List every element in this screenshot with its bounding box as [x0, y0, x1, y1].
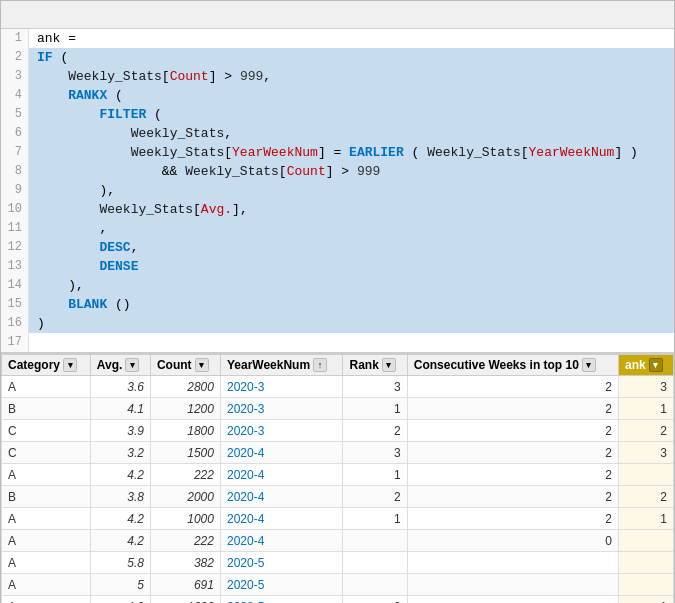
line-text: FILTER (: [29, 105, 674, 124]
table-cell: 2020-5: [220, 552, 343, 574]
code-line: 17: [1, 333, 674, 352]
table-cell: B: [2, 398, 91, 420]
table-cell: 3: [619, 376, 674, 398]
filter-button[interactable]: ▾: [195, 358, 209, 372]
table-cell: 2020-3: [220, 398, 343, 420]
table-cell: 2: [407, 398, 618, 420]
line-text: ank =: [29, 29, 674, 48]
table-cell: 382: [150, 552, 220, 574]
table-cell: [619, 464, 674, 486]
column-header-ank: ank▾: [619, 355, 674, 376]
table-cell: 2: [407, 508, 618, 530]
table-cell: 1000: [150, 508, 220, 530]
table-cell: [407, 574, 618, 596]
filter-button[interactable]: ▾: [649, 358, 663, 372]
column-label: Rank: [349, 358, 378, 372]
table-cell: 5.8: [90, 552, 150, 574]
line-number: 13: [1, 257, 29, 276]
table-cell: 4.2: [90, 508, 150, 530]
table-cell: 2: [619, 420, 674, 442]
table-cell: 691: [150, 574, 220, 596]
line-text: Weekly_Stats[YearWeekNum] = EARLIER ( We…: [29, 143, 674, 162]
table-cell: 2020-4: [220, 486, 343, 508]
line-number: 4: [1, 86, 29, 105]
table-cell: 1: [343, 508, 407, 530]
table-cell: 4.2: [90, 530, 150, 552]
table-cell: A: [2, 464, 91, 486]
line-text: RANKX (: [29, 86, 674, 105]
cancel-button[interactable]: [7, 5, 27, 25]
code-line: 16): [1, 314, 674, 333]
column-header-rank: Rank▾: [343, 355, 407, 376]
table-row: C3.918002020-3222: [2, 420, 674, 442]
code-line: 2IF (: [1, 48, 674, 67]
table-cell: B: [2, 486, 91, 508]
line-number: 14: [1, 276, 29, 295]
filter-button[interactable]: ▾: [382, 358, 396, 372]
table-cell: 222: [150, 464, 220, 486]
code-line: 7 Weekly_Stats[YearWeekNum] = EARLIER ( …: [1, 143, 674, 162]
column-header-yearweeknum: YearWeekNum↑: [220, 355, 343, 376]
column-label: Consecutive Weeks in top 10: [414, 358, 579, 372]
confirm-button[interactable]: [35, 5, 55, 25]
code-line: 8 && Weekly_Stats[Count] > 999: [1, 162, 674, 181]
filter-button[interactable]: ▾: [125, 358, 139, 372]
line-number: 10: [1, 200, 29, 219]
table-cell: 2020-4: [220, 530, 343, 552]
table-cell: [619, 552, 674, 574]
data-table-container[interactable]: Category▾Avg.▾Count▾YearWeekNum↑Rank▾Con…: [1, 354, 674, 603]
table-row: A4.210002020-531: [2, 596, 674, 604]
line-number: 7: [1, 143, 29, 162]
table-cell: A: [2, 508, 91, 530]
table-cell: 2: [407, 376, 618, 398]
table-row: A4.22222020-412: [2, 464, 674, 486]
line-text: ): [29, 314, 674, 333]
column-label: YearWeekNum: [227, 358, 310, 372]
column-label: Count: [157, 358, 192, 372]
line-number: 5: [1, 105, 29, 124]
line-number: 12: [1, 238, 29, 257]
filter-button[interactable]: ▾: [63, 358, 77, 372]
line-number: 15: [1, 295, 29, 314]
line-number: 3: [1, 67, 29, 86]
table-cell: A: [2, 376, 91, 398]
code-line: 12 DESC,: [1, 238, 674, 257]
line-number: 2: [1, 48, 29, 67]
sort-button[interactable]: ↑: [313, 358, 327, 372]
code-line: 6 Weekly_Stats,: [1, 124, 674, 143]
table-row: B3.820002020-4222: [2, 486, 674, 508]
table-cell: [619, 530, 674, 552]
table-cell: C: [2, 420, 91, 442]
table-cell: [343, 552, 407, 574]
line-number: 11: [1, 219, 29, 238]
line-number: 16: [1, 314, 29, 333]
table-cell: [407, 596, 618, 604]
table-cell: 2020-4: [220, 442, 343, 464]
table-cell: 3: [343, 596, 407, 604]
code-editor[interactable]: 1ank = 2IF (3 Weekly_Stats[Count] > 999,…: [1, 29, 674, 354]
table-cell: 5: [90, 574, 150, 596]
line-text: ),: [29, 276, 674, 295]
column-label: Avg.: [97, 358, 123, 372]
filter-button[interactable]: ▾: [582, 358, 596, 372]
table-cell: 2020-4: [220, 464, 343, 486]
code-line: 14 ),: [1, 276, 674, 295]
table-cell: 3.8: [90, 486, 150, 508]
table-cell: 3: [619, 442, 674, 464]
table-cell: 1200: [150, 398, 220, 420]
line-number: 6: [1, 124, 29, 143]
line-text: BLANK (): [29, 295, 674, 314]
table-cell: [343, 530, 407, 552]
table-cell: 2: [343, 486, 407, 508]
table-cell: 1500: [150, 442, 220, 464]
table-cell: 2020-5: [220, 574, 343, 596]
table-cell: 3.9: [90, 420, 150, 442]
table-row: A3.628002020-3323: [2, 376, 674, 398]
table-cell: 3.6: [90, 376, 150, 398]
line-text: Weekly_Stats[Avg.],: [29, 200, 674, 219]
line-text: IF (: [29, 48, 674, 67]
line-text: Weekly_Stats,: [29, 124, 674, 143]
column-header-count: Count▾: [150, 355, 220, 376]
app-container: 1ank = 2IF (3 Weekly_Stats[Count] > 999,…: [0, 0, 675, 603]
table-cell: 1000: [150, 596, 220, 604]
